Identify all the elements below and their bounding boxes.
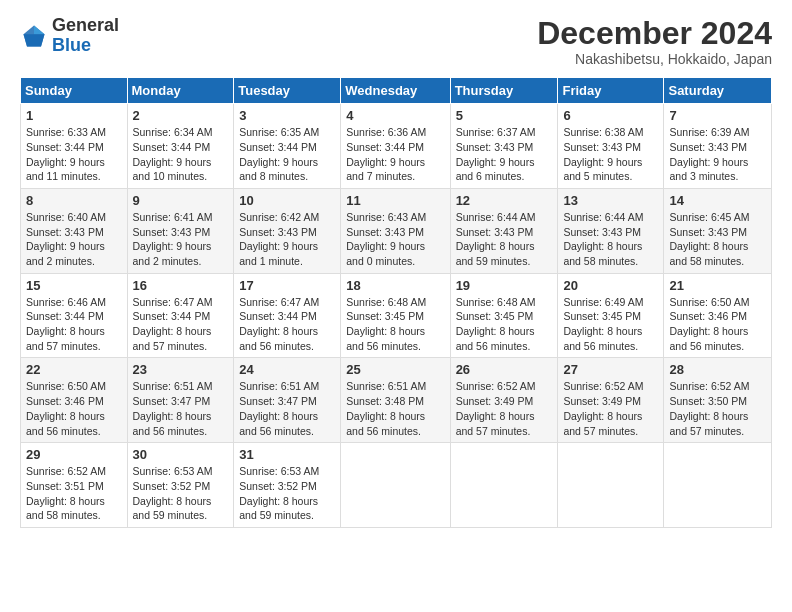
weekday-tuesday: Tuesday — [234, 78, 341, 104]
calendar-cell: 26Sunrise: 6:52 AM Sunset: 3:49 PM Dayli… — [450, 358, 558, 443]
calendar-cell: 24Sunrise: 6:51 AM Sunset: 3:47 PM Dayli… — [234, 358, 341, 443]
day-info: Sunrise: 6:51 AM Sunset: 3:47 PM Dayligh… — [133, 380, 213, 436]
calendar-cell: 11Sunrise: 6:43 AM Sunset: 3:43 PM Dayli… — [341, 188, 450, 273]
day-number: 15 — [26, 278, 122, 293]
day-info: Sunrise: 6:33 AM Sunset: 3:44 PM Dayligh… — [26, 126, 106, 182]
day-info: Sunrise: 6:42 AM Sunset: 3:43 PM Dayligh… — [239, 211, 319, 267]
calendar-cell: 18Sunrise: 6:48 AM Sunset: 3:45 PM Dayli… — [341, 273, 450, 358]
day-info: Sunrise: 6:48 AM Sunset: 3:45 PM Dayligh… — [456, 296, 536, 352]
day-number: 6 — [563, 108, 658, 123]
day-info: Sunrise: 6:53 AM Sunset: 3:52 PM Dayligh… — [133, 465, 213, 521]
calendar-cell: 22Sunrise: 6:50 AM Sunset: 3:46 PM Dayli… — [21, 358, 128, 443]
calendar-cell: 9Sunrise: 6:41 AM Sunset: 3:43 PM Daylig… — [127, 188, 234, 273]
day-number: 12 — [456, 193, 553, 208]
day-info: Sunrise: 6:52 AM Sunset: 3:49 PM Dayligh… — [456, 380, 536, 436]
calendar-cell — [664, 443, 772, 528]
day-number: 2 — [133, 108, 229, 123]
calendar-cell: 13Sunrise: 6:44 AM Sunset: 3:43 PM Dayli… — [558, 188, 664, 273]
day-info: Sunrise: 6:47 AM Sunset: 3:44 PM Dayligh… — [239, 296, 319, 352]
day-number: 21 — [669, 278, 766, 293]
day-info: Sunrise: 6:49 AM Sunset: 3:45 PM Dayligh… — [563, 296, 643, 352]
calendar-cell: 12Sunrise: 6:44 AM Sunset: 3:43 PM Dayli… — [450, 188, 558, 273]
day-number: 31 — [239, 447, 335, 462]
day-info: Sunrise: 6:41 AM Sunset: 3:43 PM Dayligh… — [133, 211, 213, 267]
day-info: Sunrise: 6:43 AM Sunset: 3:43 PM Dayligh… — [346, 211, 426, 267]
day-number: 5 — [456, 108, 553, 123]
location: Nakashibetsu, Hokkaido, Japan — [537, 51, 772, 67]
day-number: 22 — [26, 362, 122, 377]
weekday-saturday: Saturday — [664, 78, 772, 104]
calendar-cell: 8Sunrise: 6:40 AM Sunset: 3:43 PM Daylig… — [21, 188, 128, 273]
calendar-cell: 27Sunrise: 6:52 AM Sunset: 3:49 PM Dayli… — [558, 358, 664, 443]
day-number: 23 — [133, 362, 229, 377]
day-info: Sunrise: 6:35 AM Sunset: 3:44 PM Dayligh… — [239, 126, 319, 182]
day-number: 13 — [563, 193, 658, 208]
day-number: 1 — [26, 108, 122, 123]
calendar-cell: 29Sunrise: 6:52 AM Sunset: 3:51 PM Dayli… — [21, 443, 128, 528]
day-number: 9 — [133, 193, 229, 208]
day-info: Sunrise: 6:51 AM Sunset: 3:48 PM Dayligh… — [346, 380, 426, 436]
day-number: 11 — [346, 193, 444, 208]
calendar-table: SundayMondayTuesdayWednesdayThursdayFrid… — [20, 77, 772, 528]
day-number: 10 — [239, 193, 335, 208]
calendar-cell: 4Sunrise: 6:36 AM Sunset: 3:44 PM Daylig… — [341, 104, 450, 189]
month-title: December 2024 — [537, 16, 772, 51]
calendar-week-1: 8Sunrise: 6:40 AM Sunset: 3:43 PM Daylig… — [21, 188, 772, 273]
calendar-cell: 30Sunrise: 6:53 AM Sunset: 3:52 PM Dayli… — [127, 443, 234, 528]
day-number: 28 — [669, 362, 766, 377]
day-info: Sunrise: 6:51 AM Sunset: 3:47 PM Dayligh… — [239, 380, 319, 436]
calendar-cell: 20Sunrise: 6:49 AM Sunset: 3:45 PM Dayli… — [558, 273, 664, 358]
weekday-monday: Monday — [127, 78, 234, 104]
title-block: December 2024 Nakashibetsu, Hokkaido, Ja… — [537, 16, 772, 67]
day-number: 27 — [563, 362, 658, 377]
day-number: 29 — [26, 447, 122, 462]
day-info: Sunrise: 6:52 AM Sunset: 3:49 PM Dayligh… — [563, 380, 643, 436]
day-number: 25 — [346, 362, 444, 377]
day-info: Sunrise: 6:44 AM Sunset: 3:43 PM Dayligh… — [456, 211, 536, 267]
day-info: Sunrise: 6:46 AM Sunset: 3:44 PM Dayligh… — [26, 296, 106, 352]
calendar-week-2: 15Sunrise: 6:46 AM Sunset: 3:44 PM Dayli… — [21, 273, 772, 358]
day-number: 8 — [26, 193, 122, 208]
day-info: Sunrise: 6:47 AM Sunset: 3:44 PM Dayligh… — [133, 296, 213, 352]
weekday-thursday: Thursday — [450, 78, 558, 104]
day-number: 4 — [346, 108, 444, 123]
day-info: Sunrise: 6:53 AM Sunset: 3:52 PM Dayligh… — [239, 465, 319, 521]
weekday-friday: Friday — [558, 78, 664, 104]
day-info: Sunrise: 6:39 AM Sunset: 3:43 PM Dayligh… — [669, 126, 749, 182]
day-info: Sunrise: 6:44 AM Sunset: 3:43 PM Dayligh… — [563, 211, 643, 267]
day-info: Sunrise: 6:36 AM Sunset: 3:44 PM Dayligh… — [346, 126, 426, 182]
day-info: Sunrise: 6:45 AM Sunset: 3:43 PM Dayligh… — [669, 211, 749, 267]
day-number: 7 — [669, 108, 766, 123]
day-number: 18 — [346, 278, 444, 293]
day-number: 14 — [669, 193, 766, 208]
calendar-cell: 21Sunrise: 6:50 AM Sunset: 3:46 PM Dayli… — [664, 273, 772, 358]
calendar-cell: 17Sunrise: 6:47 AM Sunset: 3:44 PM Dayli… — [234, 273, 341, 358]
calendar-cell: 7Sunrise: 6:39 AM Sunset: 3:43 PM Daylig… — [664, 104, 772, 189]
day-number: 24 — [239, 362, 335, 377]
logo-general: General — [52, 16, 119, 36]
calendar-cell: 2Sunrise: 6:34 AM Sunset: 3:44 PM Daylig… — [127, 104, 234, 189]
calendar-cell: 15Sunrise: 6:46 AM Sunset: 3:44 PM Dayli… — [21, 273, 128, 358]
calendar-cell: 3Sunrise: 6:35 AM Sunset: 3:44 PM Daylig… — [234, 104, 341, 189]
calendar-cell: 6Sunrise: 6:38 AM Sunset: 3:43 PM Daylig… — [558, 104, 664, 189]
calendar-cell: 25Sunrise: 6:51 AM Sunset: 3:48 PM Dayli… — [341, 358, 450, 443]
calendar-cell: 14Sunrise: 6:45 AM Sunset: 3:43 PM Dayli… — [664, 188, 772, 273]
logo: General Blue — [20, 16, 119, 56]
calendar-week-0: 1Sunrise: 6:33 AM Sunset: 3:44 PM Daylig… — [21, 104, 772, 189]
calendar-cell: 16Sunrise: 6:47 AM Sunset: 3:44 PM Dayli… — [127, 273, 234, 358]
header: General Blue December 2024 Nakashibetsu,… — [20, 16, 772, 67]
day-info: Sunrise: 6:52 AM Sunset: 3:50 PM Dayligh… — [669, 380, 749, 436]
day-number: 16 — [133, 278, 229, 293]
calendar-cell: 31Sunrise: 6:53 AM Sunset: 3:52 PM Dayli… — [234, 443, 341, 528]
calendar-cell — [341, 443, 450, 528]
day-number: 19 — [456, 278, 553, 293]
day-info: Sunrise: 6:48 AM Sunset: 3:45 PM Dayligh… — [346, 296, 426, 352]
calendar-cell: 1Sunrise: 6:33 AM Sunset: 3:44 PM Daylig… — [21, 104, 128, 189]
svg-marker-1 — [34, 25, 45, 34]
day-info: Sunrise: 6:52 AM Sunset: 3:51 PM Dayligh… — [26, 465, 106, 521]
weekday-sunday: Sunday — [21, 78, 128, 104]
day-number: 3 — [239, 108, 335, 123]
day-info: Sunrise: 6:40 AM Sunset: 3:43 PM Dayligh… — [26, 211, 106, 267]
day-info: Sunrise: 6:38 AM Sunset: 3:43 PM Dayligh… — [563, 126, 643, 182]
day-number: 17 — [239, 278, 335, 293]
